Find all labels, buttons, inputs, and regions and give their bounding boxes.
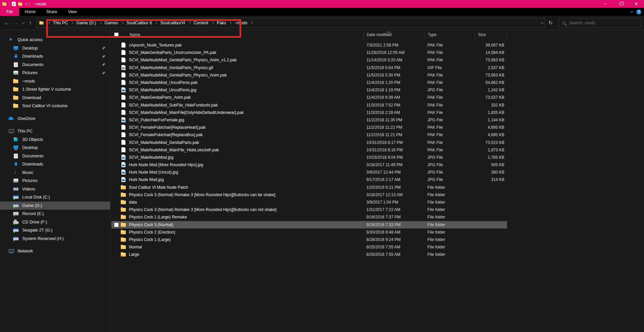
file-name: SCVI_MaleNudeMod_GenitalParts_Physics_An…: [129, 73, 363, 78]
file-row[interactable]: Physics Cock 1 (Large) Remake9/16/2016 7…: [111, 213, 507, 221]
sidebar-item-documents[interactable]: Documents: [0, 152, 110, 160]
sidebar-item-seagate-2t-g-[interactable]: Seagate 2T (G:): [0, 226, 110, 235]
back-button[interactable]: ←: [3, 19, 11, 27]
sidebar-item-onedrive[interactable]: OneDrive: [0, 115, 110, 123]
sidebar-item-cd-drive-f-[interactable]: CD Drive (F:): [0, 218, 110, 227]
sidebar-item-this-pc[interactable]: This PC: [0, 127, 110, 135]
folder-icon: [13, 95, 19, 100]
sidebar-item-desktop[interactable]: Desktop: [0, 144, 110, 152]
new-folder-icon[interactable]: [18, 2, 23, 6]
column-header-name[interactable]: Name: [121, 30, 363, 39]
breadcrumb-item-4[interactable]: SoulCalibur 6: [126, 21, 152, 25]
file-row[interactable]: SCVI_MaleGenitalParts_Uncircumcision_PA.…: [111, 49, 507, 56]
breadcrumb-item-8[interactable]: ~mods: [234, 21, 248, 25]
file-row[interactable]: Hurk Nude Mod.jpg9/17/2016 2:17 AMJPG Fi…: [111, 176, 507, 183]
breadcrumb-item-5[interactable]: SoulcaliburVI: [160, 21, 186, 25]
search-box[interactable]: [559, 18, 641, 28]
sidebar-item--mods[interactable]: ~mods: [0, 77, 110, 86]
file-row[interactable]: SCVI_FemalePubichair[ReplaceHeart].pak11…: [111, 124, 507, 131]
file-row[interactable]: zApocoh_Nude_Textures.pak7/3/2021 2:58 P…: [111, 41, 507, 49]
help-icon[interactable]: ?: [636, 9, 641, 14]
qat-dropdown-icon[interactable]: [25, 2, 27, 5]
properties-check-icon[interactable]: [12, 2, 16, 6]
recent-locations-icon[interactable]: [20, 19, 26, 27]
tab-file[interactable]: File: [0, 8, 19, 16]
sidebar-item-download[interactable]: Download: [0, 94, 110, 102]
file-row[interactable]: SCVI_MaleNudeMod_GenitalParts.pak10/31/2…: [111, 139, 507, 146]
sidebar-item-1-street-fighter-v-custume[interactable]: 1.Street fighter V custume: [0, 85, 110, 94]
search-input[interactable]: [569, 21, 637, 25]
sidebar-item-local-disk-c-[interactable]: Local Disk (C:): [0, 193, 110, 202]
file-row[interactable]: data3/9/2017 1:04 PMFile folder: [111, 199, 507, 206]
file-row[interactable]: SCVI_MaleNudeMod_UncutPenis.jpg11/4/2018…: [111, 86, 507, 94]
up-button[interactable]: ↑: [26, 19, 34, 27]
file-row[interactable]: SCVI_FemalePubichair[ReplaceBox].pak11/2…: [111, 131, 507, 139]
sidebar-item-game-d-[interactable]: Game (D:): [0, 202, 110, 210]
3d-objects-icon: [13, 137, 19, 142]
file-row[interactable]: Large8/25/2016 7:55 AMFile folder: [111, 251, 507, 258]
address-dropdown-icon[interactable]: [541, 21, 543, 24]
file-row[interactable]: SCVI_MaleNudeMod_GenitalParts_Physics.gi…: [111, 64, 507, 71]
file-row[interactable]: SCVI_MaleNudeMod_MainFile_HideLoincloth.…: [111, 146, 507, 154]
file-row[interactable]: SCVI_MaleNudeMod_SubFile_HideFundoshi.pa…: [111, 101, 507, 109]
file-row[interactable]: Normal8/25/2016 7:55 AMFile folder: [111, 243, 507, 251]
file-size: 2,537 KB: [475, 65, 507, 70]
file-row[interactable]: Soul Calibur VI Male Nude Patch1/20/2019…: [111, 184, 507, 191]
file-type: File folder: [424, 215, 475, 219]
tab-share[interactable]: Share: [41, 8, 62, 16]
breadcrumb-item-7[interactable]: Paks: [216, 21, 227, 25]
file-row[interactable]: Physics Cock 2 (Erection)8/30/2016 9:48 …: [111, 229, 507, 236]
file-row[interactable]: Physics Cock 1 (Large)8/28/2016 9:24 PMF…: [111, 236, 507, 243]
item-checkbox[interactable]: [114, 223, 118, 227]
file-type: JPG File: [424, 170, 475, 175]
sidebar-item-music[interactable]: Music: [0, 169, 110, 177]
file-row[interactable]: Hurk Nude Mod (Uncut).jpg3/9/2017 12:44 …: [111, 169, 507, 176]
breadcrumb-item-6[interactable]: Content: [193, 21, 209, 25]
file-row[interactable]: SCVI_MaleNudeMod_GenitalParts_Physics_An…: [111, 56, 507, 64]
file-name: Physics Cock 2 (Erection): [129, 230, 363, 235]
folder-icon: [13, 103, 19, 109]
sidebar-item-videos[interactable]: Videos: [0, 185, 110, 193]
address-bar[interactable]: This PCGame (D:)GamesSoulCalibur 6Soulca…: [36, 18, 545, 28]
sidebar-item-quick-access[interactable]: Quick access: [0, 36, 110, 44]
file-row[interactable]: SCVI_PubicHairForFemale.jpg11/2/2018 11:…: [111, 116, 507, 124]
file-row[interactable]: SCVI_MaleNudeMod_UncutPenis.pak11/4/2018…: [111, 79, 507, 86]
column-header-size[interactable]: Size: [475, 30, 507, 39]
sidebar-item-3d-objects[interactable]: 3D Objects: [0, 135, 110, 144]
close-button[interactable]: ✕: [628, 0, 644, 8]
sidebar-item-system-reserved-h-[interactable]: System Reserved (H:): [0, 235, 110, 243]
file-row[interactable]: Physics Cock 3 (Normal) Remake 3 [More R…: [111, 206, 507, 213]
sidebar-item-desktop[interactable]: Desktop: [0, 44, 110, 53]
sidebar-item-downloads[interactable]: Downloads: [0, 52, 110, 61]
file-row[interactable]: SCVI_MaleNudeMod_MainFile[OnlyHideDefaul…: [111, 109, 507, 116]
file-row[interactable]: SCVI_MaleNudeMod.jpg10/23/2018 9:04 PMJP…: [111, 154, 507, 161]
breadcrumb-item-3[interactable]: Games: [104, 21, 119, 25]
sidebar-item-pictures[interactable]: Pictures: [0, 177, 110, 185]
sidebar-item-record-e-[interactable]: Record (E:): [0, 210, 110, 218]
select-all-checkbox[interactable]: [114, 33, 118, 37]
file-row[interactable]: SCVI_MaleGenitalParts_Anim.pak11/4/2018 …: [111, 94, 507, 101]
file-row[interactable]: Physics Cock 3 (Normal) Remake 3 [More R…: [111, 191, 507, 199]
breadcrumb-item-2[interactable]: Game (D:): [76, 21, 96, 25]
minimize-button[interactable]: [597, 0, 613, 8]
sidebar-item-network[interactable]: Network: [0, 247, 110, 255]
file-row[interactable]: SCVI_MaleNudeMod_GenitalParts_Physics_An…: [111, 71, 507, 79]
tab-home[interactable]: Home: [19, 8, 41, 16]
sidebar-item-pictures[interactable]: Pictures: [0, 69, 110, 77]
sidebar-item-label: Pictures: [22, 70, 37, 75]
sidebar-item-downloads[interactable]: Downloads: [0, 160, 110, 169]
ribbon-collapse-icon[interactable]: [630, 10, 633, 12]
file-type: PAK File: [424, 80, 475, 85]
breadcrumb-item-1[interactable]: This PC: [52, 21, 68, 25]
maximize-button[interactable]: [613, 0, 628, 8]
sidebar-item-soul-calibur-vi-costume[interactable]: Soul Calibur VI costume: [0, 102, 110, 110]
sidebar-item-documents[interactable]: Documents: [0, 61, 110, 69]
refresh-button[interactable]: ↻: [545, 18, 556, 28]
tab-view[interactable]: View: [62, 8, 82, 16]
column-header-date-modified[interactable]: Date modified: [363, 30, 424, 39]
column-header-type[interactable]: Type: [424, 30, 475, 39]
forward-button[interactable]: →: [11, 19, 20, 27]
music-icon: [13, 170, 19, 175]
file-row[interactable]: Physics Cock 3 (Normal)9/16/2016 7:33 PM…: [111, 221, 507, 229]
file-row[interactable]: Hurk Nude Mod [More Rounded Hips].jpg3/1…: [111, 161, 507, 169]
